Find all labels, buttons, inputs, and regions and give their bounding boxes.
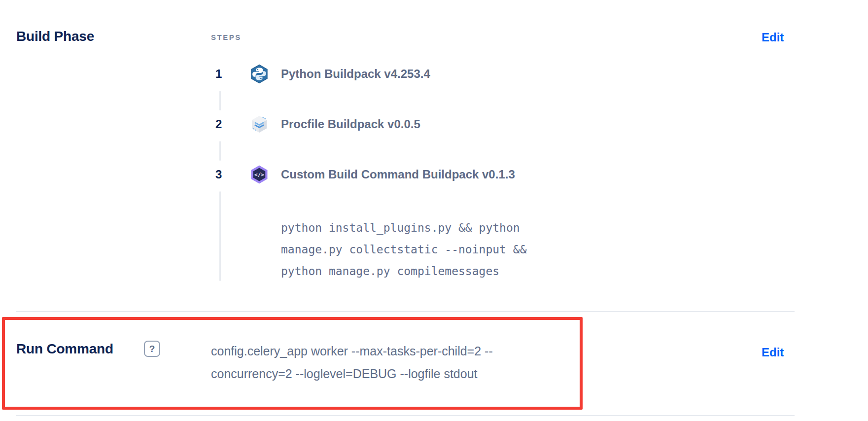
- build-phase-edit-button[interactable]: Edit: [762, 31, 784, 44]
- python-buildpack-icon: [249, 64, 269, 84]
- build-step-label: Python Buildpack v4.253.4: [281, 67, 430, 81]
- run-command-title: Run Command: [16, 341, 113, 357]
- section-divider: [16, 311, 795, 312]
- run-command-text: config.celery_app worker --max-tasks-per…: [211, 340, 493, 385]
- app-settings-page: Build Phase STEPS Edit 1 Python Buildpac…: [0, 0, 868, 421]
- custom-build-command-line: python manage.py compilemessages: [281, 260, 527, 282]
- help-icon[interactable]: ?: [144, 341, 160, 357]
- steps-column-label: STEPS: [211, 33, 242, 41]
- section-divider: [16, 415, 795, 416]
- build-phase-title: Build Phase: [16, 29, 94, 44]
- custom-build-command-line: manage.py collectstatic --noinput &&: [281, 239, 527, 260]
- custom-build-command-line: python install_plugins.py && python: [281, 217, 527, 239]
- build-step-number: 1: [215, 67, 222, 81]
- step-connector-line: [219, 91, 221, 110]
- step-connector-line: [219, 141, 221, 161]
- svg-text:</>: </>: [254, 172, 264, 178]
- custom-build-command-buildpack-icon: </>: [249, 165, 269, 184]
- run-command-line: config.celery_app worker --max-tasks-per…: [211, 340, 493, 362]
- procfile-buildpack-icon: [249, 114, 269, 134]
- build-step-label: Procfile Buildpack v0.0.5: [281, 117, 420, 131]
- step-connector-line: [219, 191, 221, 281]
- build-step-number: 3: [215, 168, 222, 181]
- custom-build-command-text: python install_plugins.py && python mana…: [281, 217, 527, 282]
- build-step-number: 2: [215, 117, 222, 131]
- run-command-line: concurrency=2 --loglevel=DEBUG --logfile…: [211, 362, 493, 385]
- build-step-label: Custom Build Command Buildpack v0.1.3: [281, 168, 515, 181]
- run-command-edit-button[interactable]: Edit: [762, 346, 784, 359]
